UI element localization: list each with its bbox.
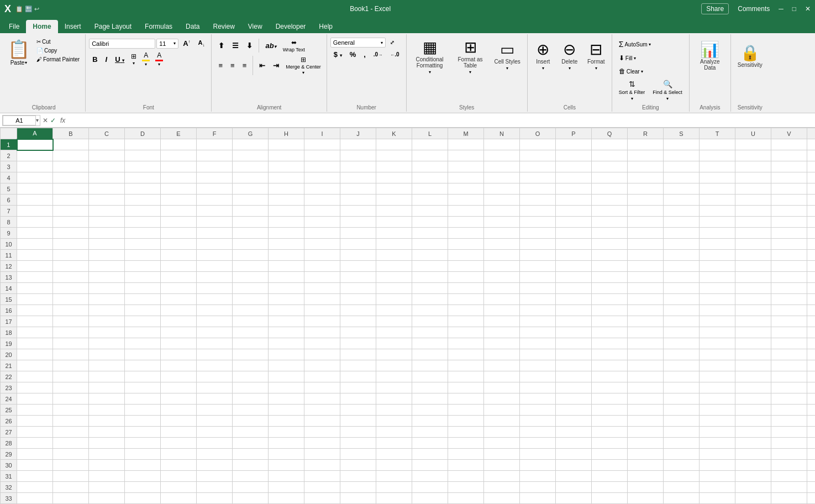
cell-F9[interactable] — [197, 228, 233, 239]
row-header-11[interactable]: 11 — [1, 250, 17, 261]
cell-N28[interactable] — [484, 438, 520, 449]
cell-K19[interactable] — [376, 338, 412, 349]
italic-button[interactable]: I — [102, 54, 111, 65]
cell-R17[interactable] — [628, 316, 664, 327]
cell-F4[interactable] — [197, 172, 233, 183]
cell-T26[interactable] — [700, 416, 735, 427]
cell-W33[interactable] — [807, 493, 816, 504]
col-header-C[interactable]: C — [89, 128, 125, 139]
cell-Q32[interactable] — [592, 482, 628, 493]
cell-B5[interactable] — [53, 183, 89, 195]
cell-E29[interactable] — [161, 449, 197, 460]
cell-E2[interactable] — [161, 150, 197, 161]
cell-W30[interactable] — [807, 460, 816, 471]
cell-V4[interactable] — [771, 172, 807, 183]
cell-R2[interactable] — [628, 150, 664, 161]
cell-F11[interactable] — [197, 250, 233, 261]
cell-R24[interactable] — [628, 393, 664, 405]
decrease-decimal-button[interactable]: ←.0 — [387, 50, 402, 59]
cell-L12[interactable] — [412, 261, 448, 272]
cell-G16[interactable] — [233, 305, 269, 316]
cell-S33[interactable] — [664, 493, 700, 504]
cell-L5[interactable] — [412, 183, 448, 195]
cell-M10[interactable] — [448, 239, 484, 250]
cell-V15[interactable] — [771, 294, 807, 305]
cell-W32[interactable] — [807, 482, 816, 493]
cell-U14[interactable] — [735, 283, 771, 294]
cell-Q4[interactable] — [592, 172, 628, 183]
cell-E27[interactable] — [161, 427, 197, 438]
cell-F7[interactable] — [197, 206, 233, 217]
cell-K20[interactable] — [376, 349, 412, 360]
row-header-5[interactable]: 5 — [1, 183, 17, 195]
cell-C6[interactable] — [89, 195, 125, 206]
cell-Q30[interactable] — [592, 460, 628, 471]
cell-W7[interactable] — [807, 206, 816, 217]
cell-U32[interactable] — [735, 482, 771, 493]
cell-R15[interactable] — [628, 294, 664, 305]
row-header-18[interactable]: 18 — [1, 327, 17, 338]
cell-K9[interactable] — [376, 228, 412, 239]
cell-F30[interactable] — [197, 460, 233, 471]
cell-R7[interactable] — [628, 206, 664, 217]
cell-G27[interactable] — [233, 427, 269, 438]
cell-O5[interactable] — [520, 183, 556, 195]
cell-N16[interactable] — [484, 305, 520, 316]
col-header-O[interactable]: O — [520, 128, 556, 139]
cell-E14[interactable] — [161, 283, 197, 294]
cell-U13[interactable] — [735, 272, 771, 283]
col-header-I[interactable]: I — [304, 128, 340, 139]
cell-L11[interactable] — [412, 250, 448, 261]
cell-E33[interactable] — [161, 493, 197, 504]
cell-N1[interactable] — [484, 139, 520, 150]
cell-R11[interactable] — [628, 250, 664, 261]
cell-Q21[interactable] — [592, 360, 628, 371]
cell-V29[interactable] — [771, 449, 807, 460]
increase-font-size-button[interactable]: A↑ — [180, 38, 193, 49]
cell-D31[interactable] — [125, 471, 161, 482]
col-header-K[interactable]: K — [376, 128, 412, 139]
cell-H5[interactable] — [269, 183, 304, 195]
cell-U16[interactable] — [735, 305, 771, 316]
cell-D12[interactable] — [125, 261, 161, 272]
cell-N9[interactable] — [484, 228, 520, 239]
tab-insert[interactable]: Insert — [58, 20, 88, 33]
cell-G5[interactable] — [233, 183, 269, 195]
cell-U15[interactable] — [735, 294, 771, 305]
cell-O15[interactable] — [520, 294, 556, 305]
cell-S4[interactable] — [664, 172, 700, 183]
cell-O31[interactable] — [520, 471, 556, 482]
cell-T11[interactable] — [700, 250, 735, 261]
cell-D25[interactable] — [125, 405, 161, 416]
col-header-G[interactable]: G — [233, 128, 269, 139]
cell-V31[interactable] — [771, 471, 807, 482]
cell-I15[interactable] — [304, 294, 340, 305]
cell-A23[interactable] — [17, 382, 53, 393]
cell-H11[interactable] — [269, 250, 304, 261]
cell-G31[interactable] — [233, 471, 269, 482]
format-button[interactable]: ⊟ Format ▾ — [584, 38, 608, 75]
row-header-13[interactable]: 13 — [1, 272, 17, 283]
cell-P4[interactable] — [556, 172, 592, 183]
cell-J13[interactable] — [340, 272, 376, 283]
cell-D2[interactable] — [125, 150, 161, 161]
cell-A12[interactable] — [17, 261, 53, 272]
cell-B6[interactable] — [53, 195, 89, 206]
cell-K8[interactable] — [376, 217, 412, 228]
cell-L19[interactable] — [412, 338, 448, 349]
cell-A28[interactable] — [17, 438, 53, 449]
cell-S29[interactable] — [664, 449, 700, 460]
cell-H13[interactable] — [269, 272, 304, 283]
cell-M11[interactable] — [448, 250, 484, 261]
cell-M32[interactable] — [448, 482, 484, 493]
cell-V9[interactable] — [771, 228, 807, 239]
cell-W25[interactable] — [807, 405, 816, 416]
cell-I32[interactable] — [304, 482, 340, 493]
cell-M1[interactable] — [448, 139, 484, 150]
cell-T30[interactable] — [700, 460, 735, 471]
cell-V7[interactable] — [771, 206, 807, 217]
cell-T12[interactable] — [700, 261, 735, 272]
cell-W31[interactable] — [807, 471, 816, 482]
cell-A31[interactable] — [17, 471, 53, 482]
cell-K29[interactable] — [376, 449, 412, 460]
